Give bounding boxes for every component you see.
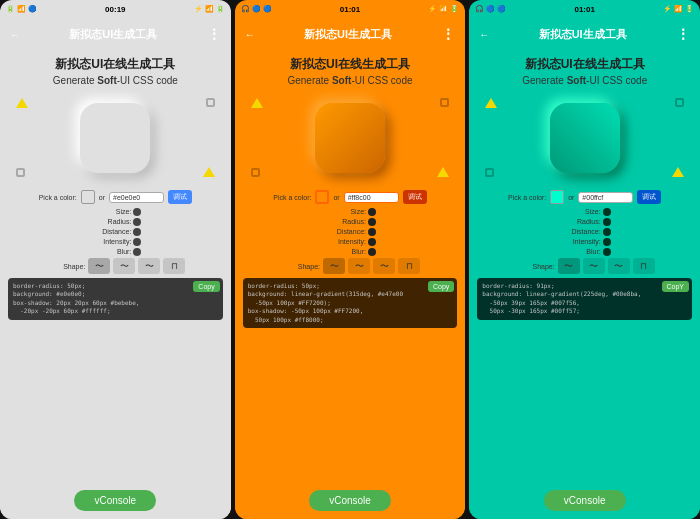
- copy-button[interactable]: CopY: [662, 281, 690, 292]
- menu-dots-icon[interactable]: ⋮: [207, 26, 221, 42]
- shape-label: Shape:: [280, 263, 320, 270]
- copy-button[interactable]: Copy: [193, 281, 219, 292]
- slider-row-intensity: Intensity:: [326, 238, 374, 245]
- slider-thumb[interactable]: [133, 238, 141, 246]
- shape-label: Shape:: [515, 263, 555, 270]
- shape-row: Shape: 〜 〜 〜 ⊓: [280, 258, 420, 274]
- shape-row: Shape: 〜 〜 〜 ⊓: [45, 258, 185, 274]
- neumorphism-shape: [315, 103, 385, 173]
- shape-btn-wave1[interactable]: 〜: [558, 258, 580, 274]
- shape-row: Shape: 〜 〜 〜 ⊓: [515, 258, 655, 274]
- content-area: 新拟态UI在线生成工具 Generate Soft-UI CSS code Pi…: [469, 50, 700, 519]
- slider-thumb[interactable]: [133, 248, 141, 256]
- status-left: 🎧 🔵 🔵: [475, 5, 506, 13]
- color-swatch[interactable]: [81, 190, 95, 204]
- copy-button[interactable]: Copy: [428, 281, 454, 292]
- status-bar: 🎧 🔵 🔵 01:01 ⚡ 📶 🔋: [235, 0, 466, 18]
- content-area: 新拟态UI在线生成工具 Generate Soft-UI CSS code Pi…: [0, 50, 231, 519]
- title-section: 新拟态UI在线生成工具 Generate Soft-UI CSS code: [243, 56, 458, 86]
- slider-label: Distance:: [326, 228, 366, 235]
- triangle-decoration-br: [672, 167, 684, 177]
- shape-options: 〜 〜 〜 ⊓: [323, 258, 420, 274]
- shape-btn-wave2[interactable]: 〜: [583, 258, 605, 274]
- content-area: 新拟态UI在线生成工具 Generate Soft-UI CSS code Pi…: [235, 50, 466, 519]
- shape-options: 〜 〜 〜 ⊓: [558, 258, 655, 274]
- try-button[interactable]: 调试: [637, 190, 661, 204]
- color-picker-row: Pick a color: or 调试: [508, 190, 661, 204]
- vconsole-button[interactable]: vConsole: [544, 490, 626, 511]
- triangle-decoration-tl: [16, 98, 28, 108]
- code-block: border-radius: 50px; background: linear-…: [243, 278, 458, 328]
- slider-label: Radius:: [561, 218, 601, 225]
- slider-thumb[interactable]: [368, 228, 376, 236]
- phone-3: 🎧 🔵 🔵 01:01 ⚡ 📶 🔋 ← 新拟态UI生成工具 ⋮ 新拟态UI在线生…: [469, 0, 700, 519]
- corner-decoration-bl: [16, 168, 25, 177]
- vconsole-button[interactable]: vConsole: [309, 490, 391, 511]
- slider-label: Intensity:: [91, 238, 131, 245]
- vconsole-button[interactable]: vConsole: [74, 490, 156, 511]
- slider-label: Size:: [91, 208, 131, 215]
- color-picker-row: Pick a color: or 调试: [273, 190, 426, 204]
- try-button[interactable]: 调试: [403, 190, 427, 204]
- triangle-decoration-br: [203, 167, 215, 177]
- status-left: 🎧 🔵 🔵: [241, 5, 272, 13]
- slider-thumb[interactable]: [368, 248, 376, 256]
- shape-btn-wave2[interactable]: 〜: [348, 258, 370, 274]
- neumorphism-shape: [550, 103, 620, 173]
- phones-container: 🔋 📶 🔵 00:19 ⚡ 📶 🔋 ← 新拟态UI生成工具 ⋮ 新拟态UI在线生…: [0, 0, 700, 519]
- slider-row-blur: Blur:: [91, 248, 139, 255]
- status-icons: ⚡ 📶 🔋: [194, 5, 225, 13]
- status-icons: ⚡ 📶 🔋: [428, 5, 459, 13]
- triangle-decoration-br: [437, 167, 449, 177]
- slider-row-size: Size:: [91, 208, 139, 215]
- slider-label: Distance:: [91, 228, 131, 235]
- status-time: 00:19: [105, 5, 125, 14]
- shape-btn-wave2[interactable]: 〜: [113, 258, 135, 274]
- slider-row-blur: Blur:: [561, 248, 609, 255]
- back-icon: ←: [245, 29, 255, 40]
- menu-dots-icon[interactable]: ⋮: [676, 26, 690, 42]
- slider-thumb[interactable]: [133, 228, 141, 236]
- slider-label: Blur:: [91, 248, 131, 255]
- slider-thumb[interactable]: [368, 238, 376, 246]
- app-bar-title: 新拟态UI生成工具: [539, 27, 627, 42]
- slider-row-distance: Distance:: [326, 228, 374, 235]
- slider-thumb[interactable]: [603, 228, 611, 236]
- slider-thumb[interactable]: [133, 208, 141, 216]
- slider-thumb[interactable]: [603, 248, 611, 256]
- corner-decoration-tr: [206, 98, 215, 107]
- title-en: Generate Soft-UI CSS code: [243, 75, 458, 86]
- color-input[interactable]: [344, 192, 399, 203]
- slider-thumb[interactable]: [603, 218, 611, 226]
- try-button[interactable]: 调试: [168, 190, 192, 204]
- shape-btn-wave3[interactable]: 〜: [608, 258, 630, 274]
- phone-2: 🎧 🔵 🔵 01:01 ⚡ 📶 🔋 ← 新拟态UI生成工具 ⋮ 新拟态UI在线生…: [235, 0, 466, 519]
- color-swatch[interactable]: [550, 190, 564, 204]
- or-label: or: [568, 194, 574, 201]
- title-en: Generate Soft-UI CSS code: [477, 75, 692, 86]
- shape-btn-square[interactable]: ⊓: [163, 258, 185, 274]
- shape-btn-wave1[interactable]: 〜: [88, 258, 110, 274]
- slider-thumb[interactable]: [368, 208, 376, 216]
- slider-thumb[interactable]: [603, 238, 611, 246]
- title-cn: 新拟态UI在线生成工具: [8, 56, 223, 73]
- corner-decoration-bl: [485, 168, 494, 177]
- color-swatch[interactable]: [315, 190, 329, 204]
- shape-btn-square[interactable]: ⊓: [633, 258, 655, 274]
- slider-thumb[interactable]: [603, 208, 611, 216]
- shape-btn-wave3[interactable]: 〜: [138, 258, 160, 274]
- shape-btn-square[interactable]: ⊓: [398, 258, 420, 274]
- corner-decoration-bl: [251, 168, 260, 177]
- color-input[interactable]: [578, 192, 633, 203]
- code-block: border-radius: 91px; background: linear-…: [477, 278, 692, 320]
- slider-thumb[interactable]: [133, 218, 141, 226]
- menu-dots-icon[interactable]: ⋮: [441, 26, 455, 42]
- slider-thumb[interactable]: [368, 218, 376, 226]
- shape-btn-wave1[interactable]: 〜: [323, 258, 345, 274]
- phone-1: 🔋 📶 🔵 00:19 ⚡ 📶 🔋 ← 新拟态UI生成工具 ⋮ 新拟态UI在线生…: [0, 0, 231, 519]
- code-text: border-radius: 50px; background: #e0e0e0…: [13, 282, 218, 316]
- color-input[interactable]: [109, 192, 164, 203]
- preview-box: [477, 90, 692, 185]
- shape-btn-wave3[interactable]: 〜: [373, 258, 395, 274]
- preview-box: [243, 90, 458, 185]
